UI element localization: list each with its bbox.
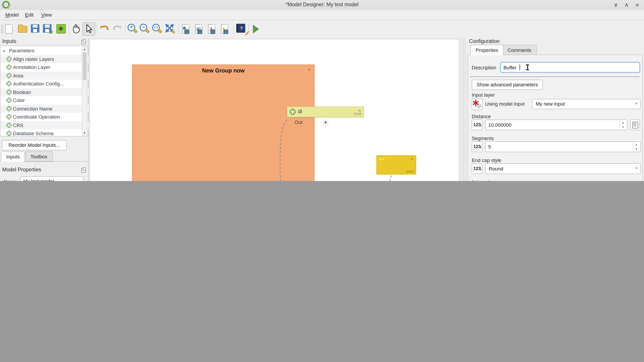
export-python-button[interactable]: → xyxy=(180,23,192,35)
maximize-button[interactable]: ∧ xyxy=(622,1,632,9)
scrollbar-thumb[interactable] xyxy=(83,52,86,80)
zoom-out-button[interactable]: − xyxy=(139,23,151,35)
export-image-button[interactable]: → xyxy=(193,23,206,35)
undo-button[interactable] xyxy=(98,23,110,35)
tree-expand-icon[interactable]: ▾ xyxy=(3,49,5,53)
node-di[interactable]: di × xyxy=(287,106,364,117)
run-model-button[interactable] xyxy=(250,23,262,35)
minimize-button[interactable]: ∨ xyxy=(611,1,621,9)
reorder-model-inputs-button[interactable]: Reorder Model Inputs... xyxy=(2,140,67,150)
add-input-icon xyxy=(6,89,12,95)
expander-toggle[interactable]: + xyxy=(323,120,328,125)
scroll-up-icon[interactable]: ▲ xyxy=(82,48,87,50)
add-input-icon xyxy=(6,114,12,120)
model-designer-window: *Model Designer: My test model ∨ ∧ × Mod… xyxy=(0,0,644,181)
save-in-project-button[interactable] xyxy=(55,23,67,35)
title-bar[interactable]: *Model Designer: My test model ∨ ∧ × xyxy=(0,0,644,10)
data-defined-override-button[interactable] xyxy=(630,120,640,130)
segments-input[interactable] xyxy=(488,142,620,152)
zoom-full-button[interactable] xyxy=(164,23,176,35)
description-input[interactable] xyxy=(504,63,622,72)
tree-root-parameters[interactable]: ▾ Parameters xyxy=(0,46,84,55)
distance-field[interactable]: ▲▼ xyxy=(485,120,628,130)
node-title: di xyxy=(298,109,302,114)
node-comment-xzc[interactable]: xzc × xyxy=(376,155,416,174)
add-input-icon xyxy=(6,73,12,78)
zoom-in-button[interactable]: + xyxy=(127,23,139,35)
tree-item[interactable]: Area xyxy=(0,71,94,80)
tree-item[interactable]: Align raster Layers xyxy=(0,55,94,63)
segments-field[interactable]: ▲▼ xyxy=(485,142,641,152)
select-tool-button[interactable] xyxy=(82,22,95,36)
tab-inputs[interactable]: Inputs xyxy=(1,151,25,162)
end-cap-style-combo[interactable]: Round ▾ xyxy=(485,163,641,174)
tree-item[interactable]: CRS xyxy=(0,121,94,129)
new-model-button[interactable] xyxy=(4,23,16,35)
segments-label: Segments xyxy=(472,136,494,141)
input-layer-label: Input layer xyxy=(472,92,495,98)
tree-item[interactable]: Authentication Config... xyxy=(0,80,94,88)
spinner-buttons[interactable]: ▲▼ xyxy=(620,120,626,129)
close-button[interactable]: × xyxy=(632,1,642,9)
chevron-down-icon: ▾ xyxy=(636,166,637,170)
text-caret xyxy=(520,64,520,70)
end-cap-style-label: End cap style xyxy=(472,158,501,163)
save-model-button[interactable] xyxy=(30,23,42,35)
menu-view[interactable]: View xyxy=(38,10,55,20)
zoom-full-icon xyxy=(164,23,176,34)
redo-button[interactable] xyxy=(112,23,124,35)
tree-item[interactable]: Database Schema xyxy=(0,129,94,138)
splitter-handle[interactable]: ······ xyxy=(34,162,47,167)
configuration-title: Configuration xyxy=(469,38,500,44)
remove-node-icon[interactable]: × xyxy=(410,156,414,162)
help-button[interactable]: ? xyxy=(235,23,247,35)
tree-item[interactable]: Connection Name xyxy=(0,104,94,113)
tree-item[interactable]: Color xyxy=(0,96,94,104)
description-label: Description xyxy=(472,65,496,70)
toolbar-grip[interactable] xyxy=(1,24,3,34)
redo-icon xyxy=(112,23,123,34)
menu-edit[interactable]: Edit xyxy=(22,10,37,20)
tab-comments[interactable]: Comments xyxy=(502,45,536,56)
show-advanced-parameters-button[interactable]: Show advanced parameters xyxy=(472,80,543,90)
spinner-buttons[interactable]: ▲▼ xyxy=(633,142,640,151)
configuration-panel: Configuration Properties Comments Descri… xyxy=(466,38,644,181)
export-svg-button[interactable]: *→ xyxy=(219,23,231,35)
menu-model[interactable]: Model xyxy=(2,10,22,20)
number-parameter-button[interactable]: 123▾ xyxy=(472,120,482,130)
float-panel-icon[interactable] xyxy=(82,168,86,173)
tree-scrollbar[interactable]: ▲ ▼ xyxy=(82,46,87,136)
tab-properties[interactable]: Properties xyxy=(470,45,504,56)
menu-bar: Model Edit View xyxy=(0,10,644,20)
scroll-down-icon[interactable]: ▼ xyxy=(82,132,87,134)
tree-item[interactable]: Boolean xyxy=(0,88,94,96)
pencil-icon xyxy=(245,31,250,36)
zoom-actual-button[interactable]: 1:1 xyxy=(151,23,163,35)
tree-item[interactable]: Annotation Layer xyxy=(0,63,94,71)
distance-input[interactable] xyxy=(488,120,608,130)
export-pdf-button[interactable]: A→ xyxy=(206,23,218,35)
comment-dots-icon xyxy=(406,168,414,174)
export-arrow-icon: → xyxy=(210,30,215,34)
number-parameter-button[interactable]: 123▾ xyxy=(472,142,482,152)
comment-text: xzc xyxy=(378,156,385,161)
model-canvas[interactable]: New Group now × di × xyxy=(88,38,464,181)
export-arrow-icon: → xyxy=(184,30,189,34)
run-icon xyxy=(253,24,259,34)
input-layer-combo[interactable]: My new input ▾ xyxy=(532,99,641,109)
model-name-field[interactable] xyxy=(20,176,84,181)
tree-item[interactable]: Coordinate Operation xyxy=(0,113,94,121)
tab-toolbox[interactable]: Toolbox xyxy=(25,151,53,162)
model-name-input[interactable] xyxy=(23,177,76,181)
iterate-over-layer-button[interactable] xyxy=(472,98,482,110)
pan-tool-button[interactable] xyxy=(70,23,82,35)
open-model-button[interactable] xyxy=(16,23,29,35)
parameters-tree: ▾ Parameters Align raster Layers Annotat… xyxy=(0,46,88,136)
save-model-as-button[interactable] xyxy=(42,23,54,35)
panel-splitter[interactable] xyxy=(464,38,466,181)
description-field[interactable] xyxy=(500,62,640,72)
export-arrow-icon: → xyxy=(223,30,228,34)
float-panel-icon[interactable] xyxy=(82,40,86,44)
number-parameter-button[interactable]: 123▾ xyxy=(472,163,482,174)
join-style-label: Join style xyxy=(472,180,492,181)
